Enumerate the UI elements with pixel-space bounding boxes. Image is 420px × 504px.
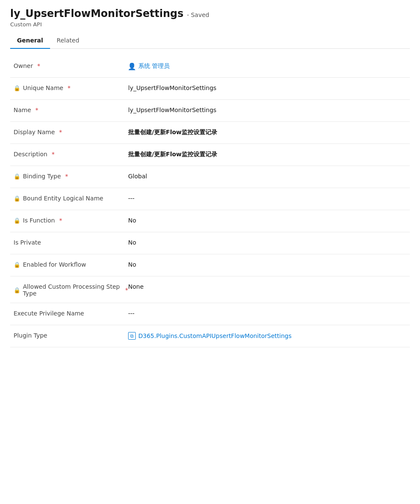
binding-type-value: Global <box>128 173 147 180</box>
field-row-allowed-custom: 🔒 Allowed Custom Processing Step Type * … <box>10 276 410 303</box>
unique-name-label: Unique Name <box>23 84 63 91</box>
field-label-plugin-type: Plugin Type <box>14 331 128 339</box>
enabled-workflow-value: No <box>128 261 136 268</box>
owner-label: Owner <box>14 62 33 69</box>
name-required: * <box>35 107 38 113</box>
is-function-required: * <box>59 217 62 224</box>
plugin-icon: ⧉ <box>128 332 136 340</box>
field-value-execute-privilege: --- <box>128 309 406 317</box>
description-required: * <box>52 151 55 158</box>
field-label-unique-name: 🔒 Unique Name * <box>14 84 128 91</box>
field-value-description: 批量创建/更新Flow监控设置记录 <box>128 150 406 158</box>
field-value-binding-type: Global <box>128 172 406 180</box>
field-value-allowed-custom: None <box>128 282 406 290</box>
field-row-binding-type: 🔒 Binding Type * Global <box>10 166 410 188</box>
lock-icon-allowed-custom: 🔒 <box>14 287 20 293</box>
page-title: ly_UpsertFlowMonitorSettings <box>10 8 183 20</box>
description-value: 批量创建/更新Flow监控设置记录 <box>128 151 217 158</box>
field-row-execute-privilege: Execute Privilege Name --- <box>10 303 410 325</box>
name-label: Name <box>14 107 31 113</box>
field-row-is-private: Is Private No <box>10 232 410 254</box>
field-label-is-private: Is Private <box>14 238 128 246</box>
is-private-label: Is Private <box>14 239 41 246</box>
field-label-is-function: 🔒 Is Function * <box>14 216 128 224</box>
owner-required: * <box>37 62 40 69</box>
field-value-is-private: No <box>128 238 406 246</box>
is-function-value: No <box>128 217 136 224</box>
form-container: Owner * 👤 系统 管理员 🔒 Unique Name * ly_Upse… <box>0 56 420 347</box>
field-value-owner: 👤 系统 管理员 <box>128 62 406 70</box>
execute-privilege-value: --- <box>128 310 134 317</box>
field-row-plugin-type: Plugin Type ⧉ D365.Plugins.CustomAPIUpse… <box>10 325 410 347</box>
field-value-display-name: 批量创建/更新Flow监控设置记录 <box>128 128 406 136</box>
field-value-enabled-workflow: No <box>128 260 406 268</box>
allowed-custom-value: None <box>128 283 144 290</box>
is-function-label: Is Function <box>23 217 55 224</box>
saved-badge: - Saved <box>187 11 209 18</box>
title-row: ly_UpsertFlowMonitorSettings - Saved <box>10 8 410 20</box>
lock-icon-enabled-workflow: 🔒 <box>14 262 20 268</box>
field-value-is-function: No <box>128 216 406 224</box>
field-row-description: Description * 批量创建/更新Flow监控设置记录 <box>10 144 410 166</box>
unique-name-value: ly_UpsertFlowMonitorSettings <box>128 84 216 91</box>
bound-entity-value: --- <box>128 195 134 202</box>
display-name-required: * <box>59 129 62 135</box>
field-label-description: Description * <box>14 150 128 158</box>
tab-related[interactable]: Related <box>50 33 86 49</box>
field-value-bound-entity: --- <box>128 194 406 202</box>
field-row-is-function: 🔒 Is Function * No <box>10 210 410 232</box>
display-name-label: Display Name <box>14 129 55 135</box>
person-icon: 👤 <box>128 62 136 70</box>
display-name-value: 批量创建/更新Flow监控设置记录 <box>128 129 217 135</box>
is-private-value: No <box>128 239 136 246</box>
field-label-enabled-workflow: 🔒 Enabled for Workflow <box>14 260 128 268</box>
unique-name-required: * <box>67 84 70 91</box>
field-label-name: Name * <box>14 106 128 113</box>
binding-type-label: Binding Type <box>23 173 61 180</box>
field-value-plugin-type: ⧉ D365.Plugins.CustomAPIUpsertFlowMonito… <box>128 331 406 340</box>
bound-entity-label: Bound Entity Logical Name <box>23 195 103 202</box>
field-row-enabled-workflow: 🔒 Enabled for Workflow No <box>10 254 410 276</box>
field-value-unique-name: ly_UpsertFlowMonitorSettings <box>128 84 406 91</box>
enabled-workflow-label: Enabled for Workflow <box>23 261 86 268</box>
field-row-unique-name: 🔒 Unique Name * ly_UpsertFlowMonitorSett… <box>10 78 410 100</box>
field-row-owner: Owner * 👤 系统 管理员 <box>10 56 410 78</box>
field-label-execute-privilege: Execute Privilege Name <box>14 309 128 317</box>
field-value-name: ly_UpsertFlowMonitorSettings <box>128 106 406 113</box>
field-label-bound-entity: 🔒 Bound Entity Logical Name <box>14 194 128 202</box>
subtitle: Custom API <box>10 21 410 28</box>
allowed-custom-label: Allowed Custom Processing Step Type <box>23 283 121 297</box>
page-container: ly_UpsertFlowMonitorSettings - Saved Cus… <box>0 0 420 504</box>
execute-privilege-label: Execute Privilege Name <box>14 310 84 317</box>
field-row-bound-entity: 🔒 Bound Entity Logical Name --- <box>10 188 410 210</box>
plugin-type-link[interactable]: ⧉ D365.Plugins.CustomAPIUpsertFlowMonito… <box>128 332 406 340</box>
plugin-type-label: Plugin Type <box>14 332 47 339</box>
tabs-row: General Related <box>10 33 410 49</box>
plugin-type-value: D365.Plugins.CustomAPIUpsertFlowMonitorS… <box>138 332 291 339</box>
field-row-name: Name * ly_UpsertFlowMonitorSettings <box>10 100 410 122</box>
field-label-allowed-custom: 🔒 Allowed Custom Processing Step Type * <box>14 282 128 297</box>
tab-general[interactable]: General <box>10 33 50 49</box>
lock-icon-bound-entity: 🔒 <box>14 195 20 202</box>
owner-value: 系统 管理员 <box>138 62 170 70</box>
header-area: ly_UpsertFlowMonitorSettings - Saved Cus… <box>0 0 420 49</box>
description-label: Description <box>14 151 48 158</box>
field-label-owner: Owner * <box>14 62 128 69</box>
binding-type-required: * <box>65 173 68 180</box>
name-value: ly_UpsertFlowMonitorSettings <box>128 107 216 113</box>
field-row-display-name: Display Name * 批量创建/更新Flow监控设置记录 <box>10 122 410 144</box>
lock-icon-is-function: 🔒 <box>14 217 20 224</box>
field-label-binding-type: 🔒 Binding Type * <box>14 172 128 180</box>
field-label-display-name: Display Name * <box>14 128 128 135</box>
lock-icon-binding-type: 🔒 <box>14 173 20 180</box>
owner-link[interactable]: 👤 系统 管理员 <box>128 62 406 70</box>
allowed-custom-required: * <box>125 287 128 293</box>
lock-icon-unique-name: 🔒 <box>14 85 20 91</box>
